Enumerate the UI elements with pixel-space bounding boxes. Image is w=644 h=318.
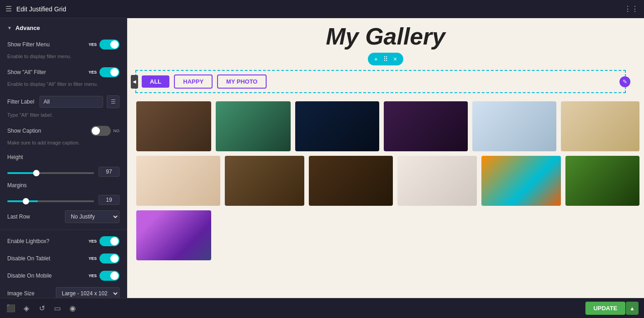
history-icon[interactable]: ↺ — [36, 304, 47, 313]
divider1 — [0, 229, 127, 230]
filter-label-label: Filter Label — [7, 99, 34, 105]
toggle-knob — [110, 40, 119, 49]
show-caption-label: Show Caption — [7, 128, 41, 134]
main-layout: ▼ Advance Show Filter Menu YES Enable to… — [0, 18, 644, 298]
gallery-image-5 — [472, 101, 556, 151]
update-arrow-button[interactable]: ▲ — [626, 302, 639, 315]
top-bar: ☰ Edit Justified Grid ⋮⋮ — [0, 0, 644, 18]
show-filter-menu-toggle[interactable] — [99, 40, 119, 50]
last-row-label: Last Row — [7, 214, 30, 220]
filter-buttons-container: ALL HAPPY MY PHOTO ✎ — [135, 70, 626, 93]
gallery-row-1 — [136, 101, 639, 151]
last-row-select[interactable]: No Justify Justify Hide — [65, 210, 119, 223]
show-caption-toggle[interactable] — [91, 126, 111, 136]
close-block-btn[interactable]: × — [391, 55, 399, 64]
section-title: Advance — [15, 25, 40, 31]
bottom-toolbar: ⬛ ◈ ↺ ▭ ◉ UPDATE ▲ — [0, 298, 644, 318]
image-size-label: Image Size — [7, 290, 35, 297]
add-block-btn[interactable]: + — [372, 55, 380, 64]
show-filter-menu-label: Show Filter Menu — [7, 41, 50, 48]
disable-mobile-toggle-wrap: YES — [89, 271, 119, 281]
height-label: Height — [7, 154, 23, 160]
canvas-area: My Gallery + ⠿ × ◀ ALL HAPPY MY PHOTO ✎ — [127, 18, 644, 298]
disable-mobile-row: Disable On Mobile YES — [0, 267, 127, 284]
show-caption-row: Show Caption NO — [0, 122, 127, 139]
toggle-yes-label: YES — [89, 42, 97, 47]
margins-slider[interactable] — [7, 200, 94, 202]
filter-label-hint: Type "All" filter label. — [0, 112, 127, 122]
gallery-row-2 — [136, 156, 639, 206]
filter-buttons-group: ALL HAPPY MY PHOTO — [142, 75, 619, 89]
show-caption-toggle-wrap: NO — [91, 126, 120, 136]
filter-label-input[interactable] — [40, 96, 103, 108]
show-all-filter-hint: Enable to display "All" filter in filter… — [0, 81, 127, 91]
gallery-grid — [127, 97, 644, 269]
filter-label-row: Filter Label ☰ — [0, 92, 127, 112]
disable-mobile-toggle[interactable] — [99, 271, 119, 281]
last-row-row: Last Row No Justify Justify Hide — [0, 207, 127, 227]
advance-section-header[interactable]: ▼ Advance — [0, 18, 127, 36]
height-value: 97 — [99, 167, 119, 177]
gallery-image-12 — [565, 156, 639, 206]
gallery-image-10 — [397, 156, 477, 206]
gallery-image-13 — [136, 210, 211, 260]
update-button[interactable]: UPDATE — [585, 302, 625, 315]
layers-icon[interactable]: ⬛ — [5, 304, 16, 313]
filter-my-photo-button[interactable]: MY PHOTO — [217, 75, 267, 89]
margins-value: 19 — [99, 195, 119, 205]
show-all-filter-toggle-wrap: YES — [89, 67, 119, 77]
disable-mobile-label: Disable On Mobile — [7, 273, 52, 279]
image-size-select[interactable]: Large - 1024 x 102 Medium Thumbnail Full — [56, 287, 119, 298]
collapse-filter-btn[interactable]: ◀ — [131, 75, 138, 89]
show-filter-menu-hint: Enable to display filter menu. — [0, 53, 127, 64]
disable-tablet-toggle-wrap: YES — [89, 253, 119, 263]
enable-lightbox-row: Enable Lightbox? YES — [0, 233, 127, 250]
edit-toolbar: + ⠿ × — [368, 53, 403, 65]
edit-filter-btn[interactable]: ✎ — [619, 76, 630, 87]
gallery-row-3 — [136, 210, 639, 260]
panel-title: Edit Justified Grid — [16, 5, 66, 13]
filter-label-list-icon[interactable]: ☰ — [107, 95, 119, 108]
height-slider[interactable] — [7, 172, 94, 174]
show-filter-menu-row: Show Filter Menu YES — [0, 36, 127, 53]
enable-lightbox-toggle[interactable] — [99, 236, 119, 246]
sidebar: ▼ Advance Show Filter Menu YES Enable to… — [0, 18, 127, 298]
toggle-no-label: NO — [114, 129, 120, 133]
show-all-filter-row: Show "All" Filter YES — [0, 64, 127, 81]
filter-happy-button[interactable]: HAPPY — [174, 75, 213, 89]
filter-section: ◀ ALL HAPPY MY PHOTO ✎ — [131, 70, 635, 93]
margins-slider-row: 19 — [0, 192, 127, 207]
hamburger-icon[interactable]: ☰ — [5, 5, 12, 13]
toggle-yes-label2: YES — [89, 70, 97, 75]
update-button-group: UPDATE ▲ — [585, 302, 639, 315]
toggle-knob3 — [92, 127, 100, 135]
toggle-knob5 — [110, 254, 119, 263]
disable-tablet-toggle[interactable] — [99, 253, 119, 263]
toggle-yes-label4: YES — [89, 239, 97, 243]
height-label-row: Height — [0, 150, 127, 164]
gallery-image-11 — [481, 156, 561, 206]
margins-label-row: Margins — [0, 179, 127, 192]
disable-tablet-label: Disable On Tablet — [7, 255, 50, 262]
toggle-yes-label5: YES — [89, 256, 97, 261]
gallery-image-8 — [225, 156, 304, 206]
filter-all-button[interactable]: ALL — [142, 75, 169, 88]
elements-icon[interactable]: ◈ — [21, 304, 32, 313]
show-all-filter-label: Show "All" Filter — [7, 69, 46, 75]
page-icon[interactable]: ▭ — [52, 304, 63, 313]
gallery-image-3 — [295, 101, 379, 151]
grid-apps-icon[interactable]: ⋮⋮ — [624, 5, 639, 13]
enable-lightbox-label: Enable Lightbox? — [7, 238, 50, 244]
move-block-btn[interactable]: ⠿ — [381, 55, 390, 64]
image-size-row: Image Size Large - 1024 x 102 Medium Thu… — [0, 284, 127, 298]
section-arrow-icon: ▼ — [7, 25, 12, 30]
height-slider-row: 97 — [0, 164, 127, 179]
gallery-title-area: My Gallery — [127, 18, 644, 50]
show-caption-hint: Make sure to add image caption. — [0, 139, 127, 150]
show-all-filter-toggle[interactable] — [99, 67, 119, 77]
toggle-knob6 — [110, 272, 119, 280]
eye-icon[interactable]: ◉ — [67, 304, 78, 313]
disable-tablet-row: Disable On Tablet YES — [0, 250, 127, 267]
gallery-image-2 — [216, 101, 291, 151]
gallery-image-7 — [136, 156, 220, 206]
